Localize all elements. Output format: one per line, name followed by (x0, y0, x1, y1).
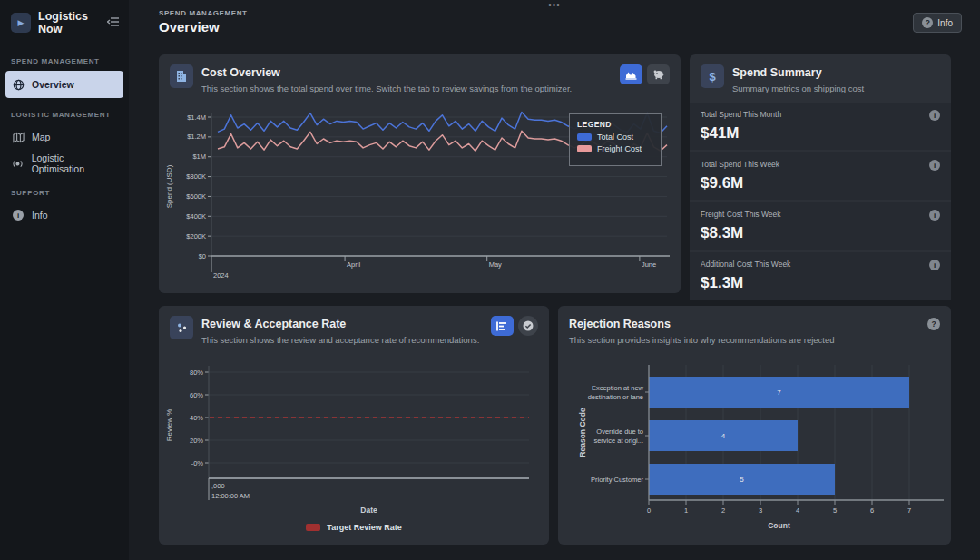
svg-text:Override due to: Override due to (596, 427, 643, 436)
sidebar-item-label: Overview (32, 79, 74, 90)
metric-value: $8.3M (701, 224, 940, 242)
svg-text:80%: 80% (190, 368, 203, 377)
svg-text:$1.4M: $1.4M (187, 113, 206, 122)
metric-additional-cost-week: Additional Cost This Week $1.3M i (690, 252, 951, 300)
sidebar-item-overview[interactable]: Overview (5, 71, 123, 98)
acceptance-tab-button[interactable] (518, 316, 538, 336)
svg-text:20%: 20% (190, 437, 203, 445)
drag-handle-dots[interactable]: ••• (548, 0, 561, 10)
sidebar-item-logistic-optimisation[interactable]: Logistic Optimisation (5, 151, 123, 176)
sidebar-item-info[interactable]: i Info (5, 202, 123, 228)
card-title: Rejection Reasons (569, 316, 835, 330)
svg-text:May: May (489, 260, 502, 269)
svg-text:$600K: $600K (186, 192, 206, 201)
card-subtitle: This section shows the total spend over … (201, 84, 572, 93)
svg-text:Priority Customer: Priority Customer (591, 476, 643, 484)
svg-text:60%: 60% (190, 391, 203, 399)
target-review-legend: Target Review Rate (159, 523, 549, 532)
review-rate-tab-button[interactable] (491, 316, 514, 336)
svg-text:destination or lane: destination or lane (588, 393, 643, 401)
metric-label: Additional Cost This Week (701, 260, 940, 269)
help-icon[interactable]: ? (927, 318, 940, 330)
sidebar-item-label: Map (32, 132, 50, 142)
target-rate-swatch (306, 524, 320, 531)
svg-text:3: 3 (759, 506, 762, 515)
metric-total-spend-month: Total Spend This Month $41M i (690, 103, 951, 150)
svg-text:5: 5 (740, 476, 744, 484)
svg-text:$0: $0 (199, 252, 206, 260)
sidebar: ▶ Logistics Now SPEND MANAGEMENT Overvie… (0, 0, 129, 560)
sidebar-collapse-icon[interactable] (107, 15, 120, 31)
spend-summary-card: $ Spend Summary Summary metrics on shipp… (690, 54, 951, 293)
svg-text:$1.2M: $1.2M (187, 133, 206, 141)
metric-list: Total Spend This Month $41M i Total Spen… (690, 100, 951, 300)
header-info-button[interactable]: ? Info (913, 13, 962, 33)
sidebar-section-logistic: LOGISTIC MANAGEMENT (11, 111, 118, 119)
svg-text:June: June (642, 260, 656, 269)
legend-title: LEGEND (577, 120, 653, 129)
svg-text:6: 6 (870, 506, 874, 515)
svg-text:0: 0 (647, 506, 651, 515)
sidebar-section-spend: SPEND MANAGEMENT (11, 57, 118, 65)
svg-text:Exception at new: Exception at new (592, 384, 644, 392)
svg-text:-0%: -0% (191, 459, 204, 467)
svg-text:$200K: $200K (186, 232, 206, 241)
legend-item-freight-cost: Freight Cost (577, 144, 653, 153)
svg-text:5: 5 (833, 506, 837, 515)
metric-freight-cost-week: Freight Cost This Week $8.3M i (690, 202, 951, 250)
breadcrumb: SPEND MANAGEMENT (159, 9, 248, 17)
piggy-bank-icon (652, 69, 665, 80)
total-cost-swatch (577, 133, 592, 141)
app-title: Logistics Now (38, 10, 100, 35)
svg-text:Reason Code: Reason Code (578, 408, 587, 457)
legend-label: Total Cost (597, 133, 633, 142)
page-title: Overview (159, 19, 220, 34)
card-title: Spend Summary (732, 64, 864, 79)
question-icon: ? (922, 17, 933, 28)
svg-text:Date: Date (360, 506, 377, 515)
main-area: ••• SPEND MANAGEMENT Overview ? Info Cos… (129, 0, 980, 560)
svg-text:Review %: Review % (165, 409, 173, 442)
svg-text:$400K: $400K (186, 212, 206, 221)
metric-info-icon[interactable]: i (929, 110, 940, 121)
review-acceptance-card: Review & Acceptance Rate This section sh… (159, 306, 549, 545)
broadcast-icon (12, 157, 24, 170)
svg-text:Spend (USD): Spend (USD) (165, 164, 173, 208)
svg-text:$800K: $800K (186, 172, 206, 181)
rejection-reasons-card: Rejection Reasons This section provides … (558, 306, 951, 545)
metric-label: Total Spend This Week (701, 160, 940, 169)
sidebar-item-map[interactable]: Map (5, 124, 123, 150)
metric-value: $9.6M (701, 174, 940, 192)
legend-item-total-cost: Total Cost (577, 133, 653, 142)
metric-info-icon[interactable]: i (929, 160, 940, 171)
building-icon (170, 64, 193, 88)
area-chart-icon (625, 70, 637, 80)
legend-label: Freight Cost (597, 144, 642, 153)
svg-text:Count: Count (768, 521, 790, 530)
metric-info-icon[interactable]: i (929, 260, 940, 270)
chart-legend: LEGEND Total Cost Freight Cost (569, 113, 662, 166)
metric-value: $1.3M (701, 274, 940, 292)
card-subtitle: This section provides insights into why … (569, 335, 835, 345)
svg-text:12:00:00 AM: 12:00:00 AM (211, 492, 250, 500)
savings-tab-button[interactable] (647, 64, 670, 84)
sidebar-item-label: Logistic Optimisation (32, 152, 117, 174)
svg-text:service at origi...: service at origi... (593, 437, 643, 445)
metric-label: Total Spend This Month (701, 110, 940, 119)
svg-text:1: 1 (684, 506, 688, 515)
svg-text:7: 7 (907, 506, 911, 515)
sidebar-section-support: SUPPORT (11, 189, 118, 197)
svg-text:April: April (347, 260, 360, 269)
svg-text:4: 4 (721, 432, 726, 440)
review-rate-chart: 80%60%40%20%-0%,00012:00:00 AMDateReview… (159, 359, 549, 526)
dollar-icon: $ (701, 64, 724, 88)
app-logo-icon: ▶ (11, 13, 31, 33)
scatter-icon (170, 316, 193, 339)
card-title: Review & Acceptance Rate (201, 316, 479, 330)
header-info-label: Info (937, 18, 953, 28)
map-icon (12, 131, 24, 143)
metric-info-icon[interactable]: i (929, 210, 940, 221)
spend-chart-tab-button[interactable] (620, 64, 642, 84)
metric-total-spend-week: Total Spend This Week $9.6M i (690, 152, 951, 200)
svg-text:$1M: $1M (192, 152, 206, 161)
